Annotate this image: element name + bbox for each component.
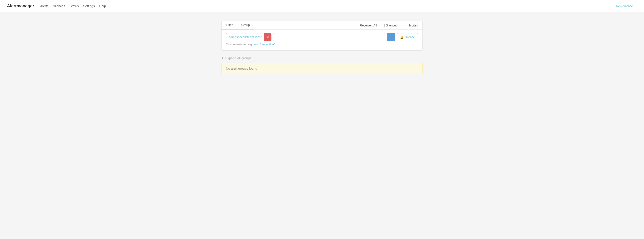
silenced-label: Silenced <box>386 24 398 27</box>
expand-all-row[interactable]: + Expand all groups <box>221 56 423 60</box>
nav-silences[interactable]: Silences <box>53 4 65 8</box>
expand-icon: + <box>221 56 224 60</box>
nav-links: Alerts Silences Status Settings Help <box>40 4 106 8</box>
panel-top-row: Filter Group Receiver: All Silenced Inhi… <box>222 21 422 30</box>
no-alerts-panel: No alert groups found <box>221 63 423 74</box>
navbar-left: Alertmanager Alerts Silences Status Sett… <box>7 4 106 8</box>
filter-input[interactable] <box>273 33 385 41</box>
silenced-checkbox[interactable] <box>381 24 384 27</box>
panel-body: namespace="team-labs" ✕ + 🔔 Silence Cust… <box>222 30 422 50</box>
panel-tabs: Filter Group <box>222 21 254 30</box>
helper-text: Custom matcher, e.g. env="production" <box>226 43 418 46</box>
main-content: Filter Group Receiver: All Silenced Inhi… <box>218 21 426 74</box>
tab-filter[interactable]: Filter <box>222 21 237 29</box>
helper-example[interactable]: env="production" <box>254 43 275 46</box>
new-silence-button[interactable]: New Silence <box>612 3 637 9</box>
helper-text-label: Custom matcher, e.g. <box>226 43 253 46</box>
filter-tag-text: namespace="team-labs" <box>226 34 264 40</box>
filter-tag: namespace="team-labs" ✕ <box>226 33 272 41</box>
nav-alerts[interactable]: Alerts <box>40 4 48 8</box>
app-brand: Alertmanager <box>7 4 34 8</box>
silence-button-label: Silence <box>405 35 415 39</box>
filter-row: namespace="team-labs" ✕ + 🔔 Silence <box>226 33 418 41</box>
silenced-checkbox-group: Silenced <box>381 24 398 27</box>
tab-group[interactable]: Group <box>237 21 254 29</box>
nav-help[interactable]: Help <box>99 4 106 8</box>
nav-status[interactable]: Status <box>70 4 79 8</box>
navbar: Alertmanager Alerts Silences Status Sett… <box>0 0 644 12</box>
inhibited-checkbox[interactable] <box>402 24 405 27</box>
expand-all-label: Expand all groups <box>226 56 252 60</box>
receiver-label: Receiver: All <box>360 24 377 27</box>
panel-options: Receiver: All Silenced Inhibited <box>356 22 422 29</box>
filter-tag-remove-button[interactable]: ✕ <box>264 34 271 41</box>
no-alerts-message: No alert groups found <box>226 66 257 70</box>
silence-icon: 🔔 <box>400 36 404 39</box>
silence-button[interactable]: 🔔 Silence <box>397 33 418 41</box>
remove-icon: ✕ <box>266 35 269 39</box>
add-filter-button[interactable]: + <box>387 33 395 41</box>
filter-panel: Filter Group Receiver: All Silenced Inhi… <box>221 21 423 50</box>
nav-settings[interactable]: Settings <box>83 4 95 8</box>
inhibited-checkbox-group: Inhibited <box>402 24 418 27</box>
inhibited-label: Inhibited <box>406 24 418 27</box>
